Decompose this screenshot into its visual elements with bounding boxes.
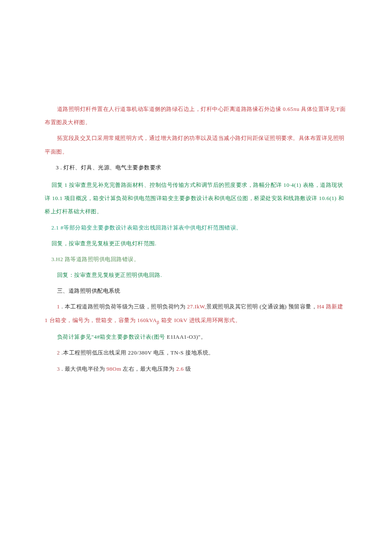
heading-text: 三、道路照明供配电系统 [57,288,121,294]
item-3-h2: 3.H2 路等道路照明供电回路错误。 [45,253,347,266]
road-ref: H4 [317,303,324,310]
ref: 10·4(1) [283,182,301,188]
item-1-load: 1 . 本工程道路照明负荷等级为三级，照明负荷约为 27.IkW,景观照明及其它… [45,300,347,328]
text: #等部分箱变主要参数设计表箱变出线回路计算表中供电灯杆范围错误。 [59,224,242,231]
text: 回复，按审查意见复核更正供电灯杆范围. [52,240,157,247]
item-number: 2.1 [52,224,59,231]
ref: 10.6(1) [319,195,337,201]
value: 98Om [107,366,121,372]
item-number: 2 [57,349,60,356]
text: 拓宽段及交叉口采用常规照明方式，通过增大路灯的功率以及适当减小路灯间距保证照明要… [45,135,345,154]
item-number: 1 [57,303,60,310]
value: 220/380V [128,349,152,356]
text: 项目概况，箱变计算负荷和供电范围详箱变主要参数设计表和供电区位图，桥梁处安装和线… [63,195,319,201]
text: 电压， [152,349,170,356]
value: 2.6 [176,366,184,372]
reply-1: 回复 1 按审查意见补充完善路面材料、控制信号传输方式和调节后的照度要求，路幅分… [45,178,347,218]
text: 接地系统。 [184,349,214,356]
text: 回复 1 按审查意见补充完善路面材料、控制信号传输方式和调节后的照度要求，路幅分… [52,182,284,188]
text: .本工程照明低压出线采用 [60,349,128,356]
text: . 最大供电半径为 [60,366,107,372]
voltage: IOkV [174,317,187,323]
heading-text: . 灯杆、灯具、光源、电气主要参数要求 [59,164,161,171]
text: 级 [184,366,191,372]
drawing-ref: E1IAA1-O3)"。 [167,334,206,340]
text: 箱变 [159,317,174,323]
text-value: 0.65πu [283,106,300,112]
heading-3-params: 3 . 灯杆、灯具、光源、电气主要参数要求 [45,161,347,174]
document-page: 道路照明灯杆件置在人行道靠机动车道侧的路绿石边上，灯杆中心距离道路路缘石外边缘 … [0,0,392,404]
capacity: 160kVA [137,317,157,323]
item-number: 3 [57,366,60,372]
reply-2: 回复，按审查意见复核更正供电灯杆范围. [45,237,347,250]
item-3-radius: 3 . 最大供电半径为 98Om 左右，最大电压降为 2.6 级 [45,362,347,375]
load-calc-ref: 负荷计算参见"4#箱变主要参数设计表(图号 E1IAA1-O3)"。 [45,330,347,343]
reply-3: 回复：按审查意见复核更正照明供电回路. [45,268,347,282]
item-2-1: 2.1 #等部分箱变主要参数设计表箱变出线回路计算表中供电灯杆范围错误。 [45,221,347,234]
section-3-heading: 三、道路照明供配电系统 [45,284,347,297]
text: 进线采用环网形式。 [187,317,241,323]
value: TN-S [170,349,184,356]
paragraph-lamp-position: 道路照明灯杆件置在人行道靠机动车道侧的路绿石边上，灯杆中心距离道路路缘石外边缘 … [45,102,347,129]
text: 负荷计算参见"4#箱变主要参数设计表(图号 [57,334,167,340]
item-2-voltage: 2 .本工程照明低压出线采用 220/380V 电压，TN-S 接地系统。 [45,346,347,359]
text: 回复：按审查意见复核更正照明供电回路. [57,272,162,278]
text: 景观照明及其它照明 (交通设施) 预留容量， [206,303,317,310]
text: 道路照明灯杆件置在人行道靠机动车道侧的路绿石边上，灯杆中心距离道路路缘石外边缘 [57,106,283,112]
text: 路等道路照明供电回路错误。 [63,256,139,262]
text: 左右，最大电压降为 [121,366,176,372]
heading-number: 3 [56,164,59,171]
value: 27.IkW, [187,303,206,310]
text: . 本工程道路照明负荷等级为三级，照明负荷约为 [60,303,187,310]
ref: 10.1 [52,195,63,201]
text: 3.H2 [52,256,63,262]
paragraph-widen-intersection: 拓宽段及交叉口采用常规照明方式，通过增大路灯的功率以及适当减小路灯间距保证照明要… [45,131,347,158]
